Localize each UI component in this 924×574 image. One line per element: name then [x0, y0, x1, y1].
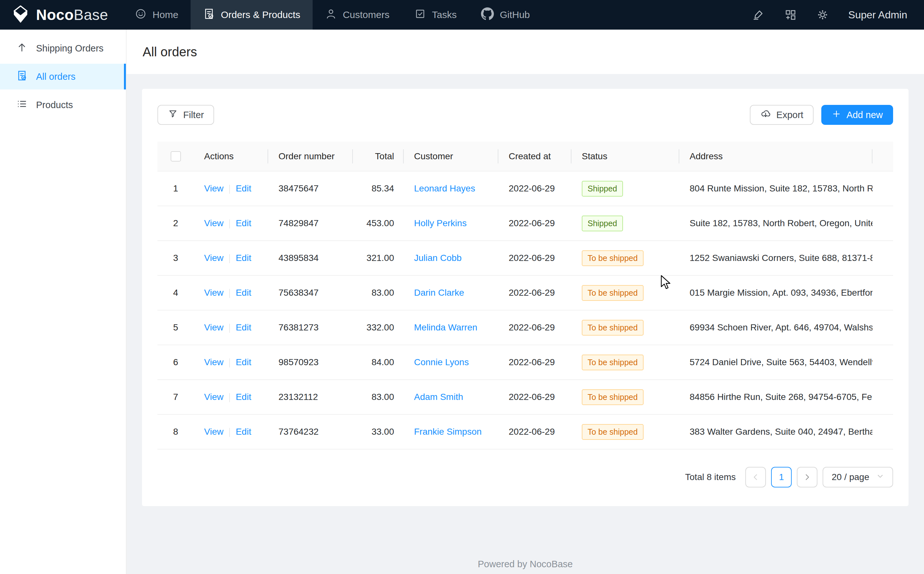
- status-badge: To be shipped: [582, 355, 644, 371]
- nav-item-tasks[interactable]: Tasks: [402, 0, 469, 30]
- add-new-button[interactable]: Add new: [821, 105, 893, 125]
- action-divider: [229, 324, 230, 333]
- order-number: 43895834: [268, 241, 353, 275]
- plugin-blocks-icon[interactable]: [784, 8, 797, 21]
- edit-link[interactable]: Edit: [236, 357, 251, 367]
- nav-item-home[interactable]: Home: [122, 0, 191, 30]
- plus-icon: [832, 109, 841, 121]
- column-customer: Customer: [404, 142, 498, 171]
- order-number: 76381273: [268, 310, 353, 345]
- column-created-at: Created at: [498, 142, 572, 171]
- column-actions: Actions: [194, 142, 268, 171]
- order-total: 453.00: [353, 206, 404, 241]
- check-square-icon: [414, 8, 426, 22]
- status-badge: Shipped: [582, 181, 623, 197]
- nav-right: Super Admin: [752, 0, 924, 30]
- order-total: 83.00: [353, 275, 404, 310]
- nav-item-orders-products[interactable]: Orders & Products: [191, 0, 313, 30]
- person-icon: [325, 8, 337, 22]
- column-status: Status: [572, 142, 679, 171]
- action-divider: [229, 184, 230, 194]
- next-page-button[interactable]: [797, 467, 817, 487]
- edit-link[interactable]: Edit: [236, 288, 251, 298]
- order-number: 23132112: [268, 380, 353, 415]
- ui-editor-highlighter-icon[interactable]: [752, 8, 764, 21]
- order-number: 98570923: [268, 345, 353, 380]
- filter-button[interactable]: Filter: [158, 105, 214, 125]
- sidebar: Shipping Orders All orders Products: [0, 30, 126, 574]
- view-link[interactable]: View: [204, 322, 223, 333]
- logo-mark-icon: [9, 4, 30, 25]
- nav-menu: Home Orders & Products Customers: [122, 0, 542, 30]
- customer-link[interactable]: Connie Lyons: [414, 357, 469, 367]
- view-link[interactable]: View: [204, 218, 223, 228]
- edit-link[interactable]: Edit: [236, 427, 251, 437]
- arrow-up-icon: [16, 41, 28, 55]
- prev-page-button[interactable]: [746, 467, 766, 487]
- sidebar-item-products[interactable]: Products: [0, 92, 126, 118]
- status-badge: To be shipped: [582, 320, 644, 336]
- action-divider: [229, 393, 230, 402]
- select-all-checkbox[interactable]: [171, 151, 181, 161]
- edit-link[interactable]: Edit: [236, 218, 251, 228]
- order-number: 75638347: [268, 275, 353, 310]
- table-row: 5 ViewEdit 76381273 332.00 Melinda Warre…: [158, 310, 893, 345]
- view-link[interactable]: View: [204, 427, 223, 437]
- address: 5724 Daniel Drive, Suite 563, 54403, Wen…: [679, 345, 872, 380]
- customer-link[interactable]: Frankie Simpson: [414, 427, 482, 437]
- page-size-select[interactable]: 20 / page: [823, 467, 893, 487]
- action-divider: [229, 254, 230, 263]
- page-header: All orders: [126, 30, 924, 74]
- address: Suite 182, 15783, North Robert, Oregon, …: [679, 206, 872, 241]
- edit-link[interactable]: Edit: [236, 183, 251, 193]
- edit-link[interactable]: Edit: [236, 392, 251, 402]
- customer-link[interactable]: Holly Perkins: [414, 218, 466, 228]
- action-divider: [229, 428, 230, 437]
- created-at: 2022-06-29: [498, 310, 572, 345]
- row-index: 1: [158, 171, 194, 206]
- filter-funnel-icon: [168, 109, 178, 121]
- edit-link[interactable]: Edit: [236, 322, 251, 333]
- user-menu[interactable]: Super Admin: [848, 9, 907, 21]
- order-total: 83.00: [353, 380, 404, 415]
- pagination: Total 8 items 1 20 / page: [158, 467, 893, 487]
- table-row: 4 ViewEdit 75638347 83.00 Darin Clarke 2…: [158, 275, 893, 310]
- view-link[interactable]: View: [204, 357, 223, 367]
- action-divider: [229, 289, 230, 298]
- table-toolbar: Filter Export: [158, 105, 893, 125]
- row-index: 4: [158, 275, 194, 310]
- column-total: Total: [353, 142, 404, 171]
- column-order-number: Order number: [268, 142, 353, 171]
- nav-item-github[interactable]: GitHub: [469, 0, 542, 30]
- page-number-1[interactable]: 1: [771, 467, 792, 487]
- nav-item-customers[interactable]: Customers: [313, 0, 402, 30]
- chevron-down-icon: [877, 472, 884, 482]
- content-area: All orders Filter: [126, 30, 924, 574]
- action-divider: [229, 219, 230, 229]
- sidebar-item-shipping-orders[interactable]: Shipping Orders: [0, 35, 126, 61]
- customer-link[interactable]: Melinda Warren: [414, 322, 477, 333]
- customer-link[interactable]: Darin Clarke: [414, 288, 464, 298]
- table-row: 6 ViewEdit 98570923 84.00 Connie Lyons 2…: [158, 345, 893, 380]
- view-link[interactable]: View: [204, 288, 223, 298]
- order-total: 33.00: [353, 415, 404, 449]
- table-row: 8 ViewEdit 73764232 33.00 Frankie Simpso…: [158, 415, 893, 449]
- created-at: 2022-06-29: [498, 241, 572, 275]
- customer-link[interactable]: Leonard Hayes: [414, 183, 475, 193]
- customer-link[interactable]: Julian Cobb: [414, 253, 462, 263]
- settings-gear-icon[interactable]: [816, 8, 829, 21]
- view-link[interactable]: View: [204, 183, 223, 193]
- customer-link[interactable]: Adam Smith: [414, 392, 463, 402]
- export-button[interactable]: Export: [750, 105, 813, 125]
- unordered-list-icon: [16, 98, 28, 112]
- sidebar-item-all-orders[interactable]: All orders: [0, 64, 126, 90]
- nocobase-logo[interactable]: NocoBase: [0, 0, 122, 30]
- mouse-cursor: [661, 275, 673, 292]
- main-layout: Shipping Orders All orders Products: [0, 30, 924, 574]
- view-link[interactable]: View: [204, 392, 223, 402]
- view-link[interactable]: View: [204, 253, 223, 263]
- edit-link[interactable]: Edit: [236, 253, 251, 263]
- created-at: 2022-06-29: [498, 380, 572, 415]
- status-badge: Shipped: [582, 216, 623, 231]
- table-row: 7 ViewEdit 23132112 83.00 Adam Smith 202…: [158, 380, 893, 415]
